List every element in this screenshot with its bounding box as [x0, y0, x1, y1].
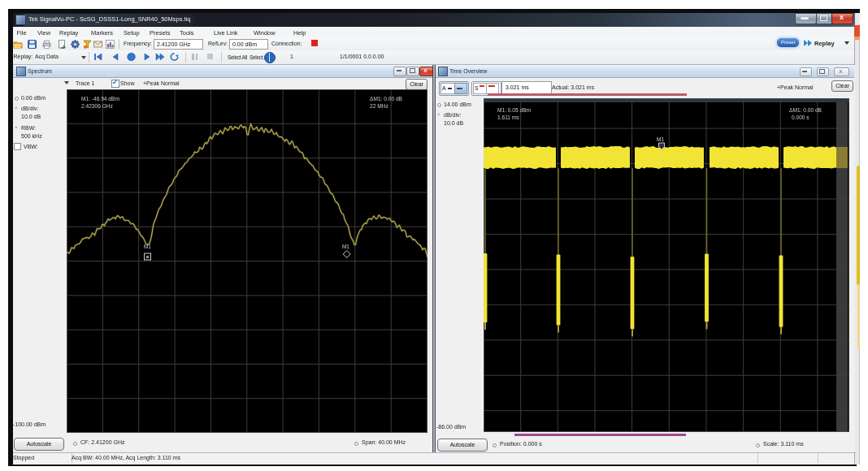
svg-text:1.611 ms: 1.611 ms: [497, 115, 519, 120]
svg-text:M1: M1: [144, 244, 151, 249]
svg-text:2.42306 GHz: 2.42306 GHz: [81, 103, 113, 109]
svg-text:0.000 s: 0.000 s: [792, 115, 809, 120]
svg-text:M1: -46.94 dBm: M1: -46.94 dBm: [81, 96, 119, 102]
svg-text:M1: M1: [657, 136, 664, 142]
svg-text:ΔM1: 0.00 dB: ΔM1: 0.00 dB: [370, 96, 403, 102]
svg-text:M1: M1: [342, 244, 349, 249]
svg-text:M1: 0.05 dBm: M1: 0.05 dBm: [497, 107, 532, 113]
svg-text:22 MHz: 22 MHz: [370, 103, 388, 109]
svg-text:ΔM1: 0.00 dB: ΔM1: 0.00 dB: [789, 107, 822, 113]
